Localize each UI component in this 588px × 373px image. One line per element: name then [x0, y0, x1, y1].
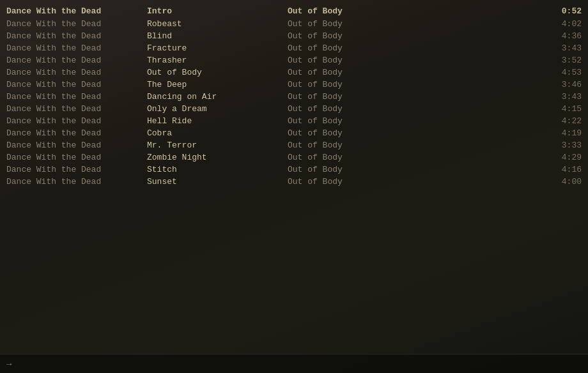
track-artist: Dance With the Dead — [6, 141, 147, 150]
track-title: Cobra — [147, 128, 288, 138]
table-row[interactable]: Dance With the DeadSunsetOut of Body4:00 — [0, 176, 588, 188]
track-artist: Dance With the Dead — [6, 56, 147, 65]
track-title: Sunset — [147, 177, 288, 187]
track-album: Out of Body — [288, 104, 543, 114]
bottom-bar: → — [0, 354, 588, 373]
track-album: Out of Body — [288, 31, 543, 41]
track-album: Out of Body — [288, 153, 543, 162]
table-row[interactable]: Dance With the DeadThrasherOut of Body3:… — [0, 54, 588, 66]
table-row[interactable]: Dance With the DeadMr. TerrorOut of Body… — [0, 139, 588, 151]
track-duration: 3:43 — [543, 43, 582, 53]
table-row[interactable]: Dance With the DeadRobeastOut of Body4:0… — [0, 18, 588, 30]
track-title: Only a Dream — [147, 104, 288, 114]
header-album: Out of Body — [288, 6, 543, 16]
track-duration: 3:52 — [543, 56, 582, 65]
track-artist: Dance With the Dead — [6, 80, 147, 89]
track-album: Out of Body — [288, 43, 543, 53]
track-title: Out of Body — [147, 68, 288, 77]
track-duration: 4:36 — [543, 31, 582, 41]
track-duration: 4:22 — [543, 116, 582, 126]
track-title: Fracture — [147, 43, 288, 53]
table-row[interactable]: Dance With the DeadZombie NightOut of Bo… — [0, 151, 588, 164]
track-duration: 4:19 — [543, 128, 582, 138]
arrow-icon: → — [6, 359, 12, 369]
track-album: Out of Body — [288, 19, 543, 29]
table-row[interactable]: Dance With the DeadCobraOut of Body4:19 — [0, 127, 588, 139]
track-album: Out of Body — [288, 116, 543, 126]
table-row[interactable]: Dance With the DeadStitchOut of Body4:16 — [0, 164, 588, 176]
track-artist: Dance With the Dead — [6, 43, 147, 53]
track-title: Thrasher — [147, 56, 288, 65]
track-duration: 4:02 — [543, 19, 582, 29]
track-title: Robeast — [147, 19, 288, 29]
header-artist: Dance With the Dead — [6, 6, 147, 16]
header-duration: 0:52 — [543, 6, 582, 16]
track-title: Zombie Night — [147, 153, 288, 162]
track-artist: Dance With the Dead — [6, 177, 147, 187]
track-duration: 3:33 — [543, 141, 582, 150]
track-duration: 4:53 — [543, 68, 582, 77]
track-duration: 4:29 — [543, 153, 582, 162]
table-row[interactable]: Dance With the DeadHell RideOut of Body4… — [0, 115, 588, 127]
track-album: Out of Body — [288, 177, 543, 187]
track-album: Out of Body — [288, 92, 543, 102]
track-title: Stitch — [147, 165, 288, 174]
track-artist: Dance With the Dead — [6, 68, 147, 77]
track-artist: Dance With the Dead — [6, 31, 147, 41]
track-album: Out of Body — [288, 141, 543, 150]
track-artist: Dance With the Dead — [6, 92, 147, 102]
track-duration: 4:00 — [543, 177, 582, 187]
track-album: Out of Body — [288, 128, 543, 138]
track-title: Hell Ride — [147, 116, 288, 126]
table-row[interactable]: Dance With the DeadOnly a DreamOut of Bo… — [0, 103, 588, 115]
track-artist: Dance With the Dead — [6, 19, 147, 29]
track-title: Dancing on Air — [147, 92, 288, 102]
track-album: Out of Body — [288, 165, 543, 174]
track-album: Out of Body — [288, 68, 543, 77]
track-artist: Dance With the Dead — [6, 116, 147, 126]
track-title: Mr. Terror — [147, 141, 288, 150]
header-intro: Intro — [147, 6, 288, 16]
table-row[interactable]: Dance With the DeadBlindOut of Body4:36 — [0, 30, 588, 42]
track-artist: Dance With the Dead — [6, 153, 147, 162]
table-row[interactable]: Dance With the DeadDancing on AirOut of … — [0, 91, 588, 103]
track-duration: 4:15 — [543, 104, 582, 114]
track-artist: Dance With the Dead — [6, 104, 147, 114]
track-title: Blind — [147, 31, 288, 41]
track-artist: Dance With the Dead — [6, 128, 147, 138]
track-list: Dance With the Dead Intro Out of Body 0:… — [0, 0, 588, 193]
table-row[interactable]: Dance With the DeadOut of BodyOut of Bod… — [0, 66, 588, 79]
track-album: Out of Body — [288, 56, 543, 65]
track-duration: 3:46 — [543, 80, 582, 89]
track-duration: 4:16 — [543, 165, 582, 174]
track-duration: 3:43 — [543, 92, 582, 102]
track-title: The Deep — [147, 80, 288, 89]
track-artist: Dance With the Dead — [6, 165, 147, 174]
track-list-header: Dance With the Dead Intro Out of Body 0:… — [0, 5, 588, 17]
table-row[interactable]: Dance With the DeadFractureOut of Body3:… — [0, 42, 588, 54]
table-row[interactable]: Dance With the DeadThe DeepOut of Body3:… — [0, 79, 588, 91]
track-album: Out of Body — [288, 80, 543, 89]
